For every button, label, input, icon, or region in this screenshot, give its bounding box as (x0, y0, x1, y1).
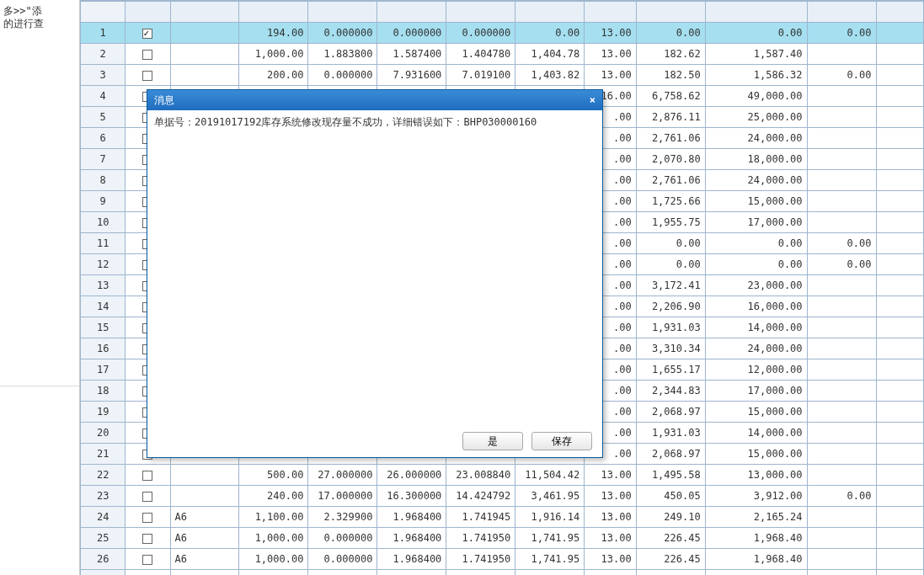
num-cell-8[interactable]: 18,000.00 (705, 149, 807, 170)
num-cell-8[interactable]: 1,968.40 (705, 549, 807, 570)
table-row[interactable]: 3200.000.0000007.9316007.0191001,403.821… (81, 65, 924, 86)
num-cell-3[interactable]: 16.300000 (377, 486, 446, 507)
num-cell-3[interactable]: 1.968400 (377, 528, 446, 549)
num-cell-3[interactable]: 0.000000 (377, 23, 446, 44)
num-cell-2[interactable]: 0.000000 (308, 65, 377, 86)
num-cell-8[interactable]: 49,000.00 (705, 86, 807, 107)
num-cell-6[interactable]: 13.00 (585, 549, 636, 570)
num-cell-3[interactable]: 1.587400 (377, 44, 446, 65)
row-checkbox-cell[interactable] (126, 549, 170, 570)
num-cell-7[interactable]: 226.45 (636, 549, 705, 570)
num-cell-9[interactable] (807, 317, 876, 338)
num-cell-9[interactable] (807, 528, 876, 549)
num-cell-7[interactable]: 1,725.66 (636, 191, 705, 212)
code-cell[interactable] (170, 44, 239, 65)
code-cell[interactable]: A8 (170, 570, 239, 576)
row-checkbox[interactable] (142, 50, 152, 60)
row-index[interactable]: 2 (81, 44, 126, 65)
num-cell-5[interactable]: 0.00 (515, 23, 585, 44)
num-cell-9[interactable] (807, 423, 876, 444)
row-index[interactable]: 4 (81, 86, 126, 107)
row-index[interactable]: 22 (81, 465, 126, 486)
num-cell-8[interactable]: 16,000.00 (705, 296, 807, 317)
row-checkbox-cell[interactable] (126, 486, 170, 507)
row-checkbox[interactable] (142, 555, 152, 565)
num-cell-9[interactable]: 0.00 (807, 65, 876, 86)
num-cell-8[interactable]: 2,165.24 (705, 507, 807, 528)
num-cell-3[interactable]: 0.851500 (377, 570, 446, 576)
num-cell-2[interactable]: 0.000000 (308, 549, 377, 570)
row-checkbox[interactable] (142, 513, 152, 523)
yes-button[interactable]: 是 (462, 432, 523, 450)
row-index[interactable]: 1 (81, 23, 126, 44)
qty-cell[interactable]: 500.00 (239, 465, 308, 486)
num-cell-7[interactable]: 2,761.06 (636, 170, 705, 191)
qty-cell[interactable]: 1,000.00 (239, 549, 308, 570)
row-index[interactable]: 24 (81, 507, 126, 528)
row-index[interactable]: 15 (81, 317, 126, 338)
code-cell[interactable]: A6 (170, 549, 239, 570)
num-cell-8[interactable]: 1,586.32 (705, 65, 807, 86)
num-cell-9[interactable] (807, 212, 876, 233)
row-checkbox[interactable] (142, 534, 152, 544)
num-cell-7[interactable]: 6,758.62 (636, 86, 705, 107)
qty-cell[interactable]: 240.00 (239, 486, 308, 507)
num-cell-7[interactable]: 2,761.06 (636, 128, 705, 149)
row-index[interactable]: 5 (81, 107, 126, 128)
row-index[interactable]: 27 (81, 570, 126, 576)
table-row[interactable]: 22500.0027.00000026.00000023.00884011,50… (81, 465, 924, 486)
qty-cell[interactable]: 1,000.00 (239, 528, 308, 549)
num-cell-9[interactable] (807, 191, 876, 212)
num-cell-9[interactable]: 0.00 (807, 254, 876, 275)
num-cell-6[interactable]: 13.00 (585, 23, 636, 44)
num-cell-3[interactable]: 7.931600 (377, 65, 446, 86)
table-row[interactable]: 24A61,100.002.3299001.9684001.7419451,91… (81, 507, 924, 528)
num-cell-2[interactable]: 0.000000 (308, 528, 377, 549)
row-index[interactable]: 3 (81, 65, 126, 86)
num-cell-2[interactable]: 0.000000 (308, 23, 377, 44)
num-cell-7[interactable]: 450.05 (636, 486, 705, 507)
num-cell-5[interactable]: 1,404.78 (515, 44, 585, 65)
num-cell-9[interactable] (807, 170, 876, 191)
row-checkbox-cell[interactable] (126, 65, 170, 86)
row-index[interactable]: 13 (81, 275, 126, 296)
close-icon[interactable]: × (590, 94, 596, 106)
row-index[interactable]: 21 (81, 444, 126, 465)
row-index[interactable]: 7 (81, 149, 126, 170)
num-cell-8[interactable]: 24,000.00 (705, 170, 807, 191)
code-cell[interactable] (170, 23, 239, 44)
num-cell-8[interactable]: 17,000.00 (705, 381, 807, 402)
row-index[interactable]: 6 (81, 128, 126, 149)
num-cell-4[interactable]: 7.019100 (446, 65, 515, 86)
num-cell-8[interactable]: 23,000.00 (705, 275, 807, 296)
num-cell-8[interactable]: 15,000.00 (705, 191, 807, 212)
num-cell-5[interactable]: 1,916.14 (515, 507, 585, 528)
num-cell-3[interactable]: 1.968400 (377, 507, 446, 528)
num-cell-9[interactable] (807, 549, 876, 570)
row-checkbox-cell[interactable] (126, 528, 170, 549)
row-index[interactable]: 16 (81, 338, 126, 359)
num-cell-2[interactable]: 2.329900 (308, 507, 377, 528)
row-checkbox[interactable] (142, 71, 152, 81)
table-row[interactable]: 1194.000.0000000.0000000.0000000.0013.00… (81, 23, 924, 44)
num-cell-3[interactable]: 1.968400 (377, 549, 446, 570)
num-cell-8[interactable]: 14,000.00 (705, 423, 807, 444)
row-index[interactable]: 8 (81, 170, 126, 191)
num-cell-6[interactable]: 13.00 (585, 486, 636, 507)
num-cell-5[interactable]: 1,403.82 (515, 65, 585, 86)
num-cell-8[interactable]: 0.00 (705, 233, 807, 254)
num-cell-7[interactable]: 120.00 (636, 570, 705, 576)
num-cell-9[interactable] (807, 359, 876, 381)
num-cell-4[interactable]: 14.424792 (446, 486, 515, 507)
num-cell-7[interactable]: 2,206.90 (636, 296, 705, 317)
num-cell-5[interactable]: 3,461.95 (515, 486, 585, 507)
num-cell-9[interactable] (807, 444, 876, 465)
num-cell-6[interactable]: 13.00 (585, 44, 636, 65)
num-cell-8[interactable]: 24,000.00 (705, 128, 807, 149)
num-cell-7[interactable]: 0.00 (636, 23, 705, 44)
row-index[interactable]: 19 (81, 402, 126, 423)
num-cell-9[interactable]: 0.00 (807, 486, 876, 507)
code-cell[interactable]: A6 (170, 528, 239, 549)
num-cell-4[interactable]: 1.741950 (446, 549, 515, 570)
num-cell-2[interactable]: 27.000000 (308, 465, 377, 486)
